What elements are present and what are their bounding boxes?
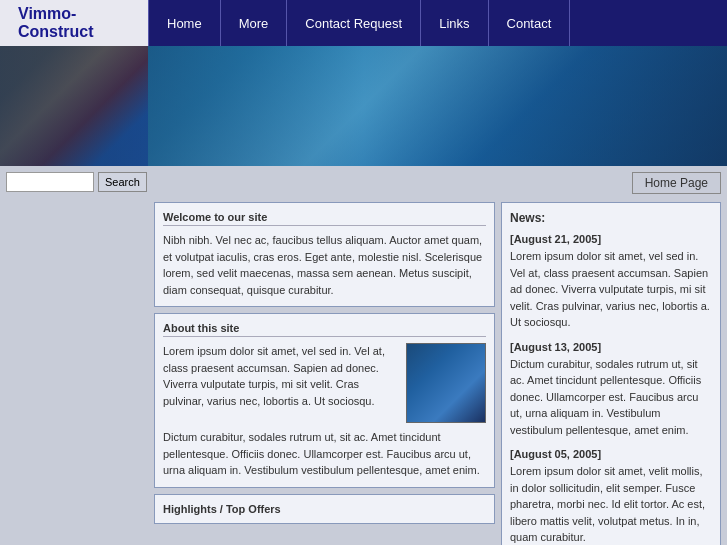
news-panel: News: [August 21, 2005] Lorem ipsum dolo…	[501, 202, 721, 545]
welcome-text: Nibh nibh. Vel nec ac, faucibus tellus a…	[163, 232, 486, 298]
news-text-1: Lorem ipsum dolor sit amet, vel sed in. …	[510, 248, 712, 331]
content-left: Welcome to our site Nibh nibh. Vel nec a…	[154, 202, 495, 545]
nav-item-contact-request[interactable]: Contact Request	[287, 0, 421, 46]
search-input[interactable]	[6, 172, 94, 192]
about-block: About this site Lorem ipsum dolor sit am…	[154, 313, 495, 488]
news-date-1: [August 21, 2005]	[510, 233, 712, 245]
nav-item-more[interactable]: More	[221, 0, 288, 46]
nav-item-home[interactable]: Home	[148, 0, 221, 46]
highlights-title: Highlights / Top Offers	[163, 503, 486, 515]
content-area: Welcome to our site Nibh nibh. Vel nec a…	[154, 202, 721, 545]
main-layout: Search Home Page Welcome to our site Nib…	[0, 166, 727, 545]
homepage-bar: Home Page	[154, 172, 721, 194]
nav: Home More Contact Request Links Contact	[148, 0, 727, 46]
nav-item-links[interactable]: Links	[421, 0, 488, 46]
about-image	[406, 343, 486, 423]
about-text1: Lorem ipsum dolor sit amet, vel sed in. …	[163, 343, 398, 423]
about-title: About this site	[163, 322, 486, 337]
homepage-button[interactable]: Home Page	[632, 172, 721, 194]
center-area: Home Page Welcome to our site Nibh nibh.…	[154, 172, 721, 545]
highlights-block: Highlights / Top Offers	[154, 494, 495, 524]
about-inner: Lorem ipsum dolor sit amet, vel sed in. …	[163, 343, 486, 423]
search-button[interactable]: Search	[98, 172, 147, 192]
welcome-title: Welcome to our site	[163, 211, 486, 226]
news-item-2: [August 13, 2005] Dictum curabitur, soda…	[510, 341, 712, 439]
about-text2: Dictum curabitur, sodales rutrum ut, sit…	[163, 429, 486, 479]
news-title: News:	[510, 211, 712, 225]
nav-item-contact[interactable]: Contact	[489, 0, 571, 46]
news-text-3: Lorem ipsum dolor sit amet, velit mollis…	[510, 463, 712, 545]
hero-overlay	[0, 46, 727, 166]
logo: Vimmo-Construct	[0, 0, 148, 46]
news-date-2: [August 13, 2005]	[510, 341, 712, 353]
header: Vimmo-Construct Home More Contact Reques…	[0, 0, 727, 46]
news-date-3: [August 05, 2005]	[510, 448, 712, 460]
news-item-3: [August 05, 2005] Lorem ipsum dolor sit …	[510, 448, 712, 545]
news-item-1: [August 21, 2005] Lorem ipsum dolor sit …	[510, 233, 712, 331]
search-box: Search	[6, 172, 148, 192]
news-text-2: Dictum curabitur, sodales rutrum ut, sit…	[510, 356, 712, 439]
hero-image	[0, 46, 727, 166]
welcome-block: Welcome to our site Nibh nibh. Vel nec a…	[154, 202, 495, 307]
sidebar: Search	[6, 172, 148, 545]
